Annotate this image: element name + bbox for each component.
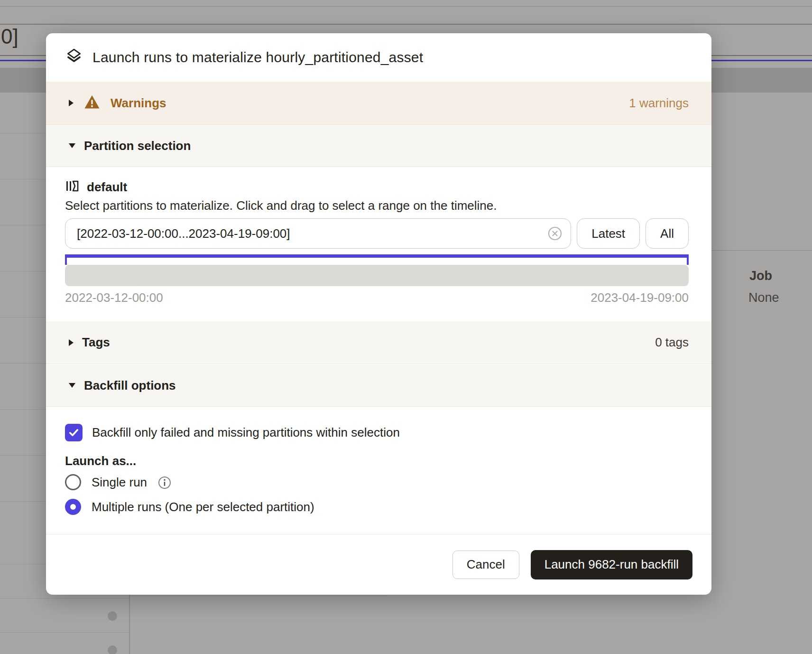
background-row-divider bbox=[0, 598, 129, 598]
materialize-layers-icon bbox=[65, 47, 83, 67]
chevron-right-icon bbox=[69, 100, 74, 106]
tags-count: 0 tags bbox=[655, 335, 689, 350]
background-row-divider bbox=[0, 455, 47, 456]
backfill-options-body: Backfill only failed and missing partiti… bbox=[46, 407, 711, 534]
background-row-divider bbox=[0, 317, 47, 318]
chevron-down-icon bbox=[69, 143, 75, 148]
dialog-footer: Cancel Launch 9682-run backfill bbox=[46, 534, 711, 595]
timeline-end-label: 2023-04-19-09:00 bbox=[591, 290, 689, 305]
single-run-option[interactable]: Single run bbox=[65, 474, 689, 490]
dialog-title: Launch runs to materialize hourly_partit… bbox=[92, 49, 423, 65]
dialog-header: Launch runs to materialize hourly_partit… bbox=[46, 33, 711, 82]
partition-selection-section-header[interactable]: Partition selection bbox=[46, 125, 711, 167]
tags-title: Tags bbox=[82, 335, 110, 350]
timeline-track[interactable] bbox=[65, 265, 689, 286]
background-job-column-header: Job bbox=[749, 269, 772, 283]
multiple-runs-radio[interactable] bbox=[65, 499, 81, 515]
single-run-label: Single run bbox=[92, 475, 147, 490]
background-row-divider bbox=[0, 133, 47, 133]
multiple-runs-option[interactable]: Multiple runs (One per selected partitio… bbox=[65, 499, 689, 515]
partition-selection-title: Partition selection bbox=[84, 139, 191, 153]
partition-timeline[interactable]: 2022-03-12-00:00 2023-04-19-09:00 bbox=[65, 254, 689, 305]
partition-range-row: Latest All bbox=[65, 218, 689, 249]
background-row-divider bbox=[711, 250, 812, 251]
chevron-right-icon bbox=[69, 339, 74, 346]
single-run-radio[interactable] bbox=[65, 474, 81, 490]
background-row-divider bbox=[0, 179, 47, 179]
backfill-options-section-header[interactable]: Backfill options bbox=[46, 364, 711, 407]
background-toolbar-divider bbox=[0, 24, 812, 25]
info-icon[interactable] bbox=[157, 475, 172, 490]
timeline-date-labels: 2022-03-12-00:00 2023-04-19-09:00 bbox=[65, 290, 689, 305]
background-row-divider bbox=[0, 501, 47, 502]
launch-backfill-dialog: Launch runs to materialize hourly_partit… bbox=[46, 33, 711, 595]
background-top-divider bbox=[0, 6, 812, 7]
tags-section-header[interactable]: Tags 0 tags bbox=[46, 321, 711, 364]
partition-selection-body: default Select partitions to materialize… bbox=[46, 167, 711, 321]
partition-range-input-wrap bbox=[65, 218, 571, 249]
background-row-divider bbox=[0, 271, 47, 271]
timeline-start-label: 2022-03-12-00:00 bbox=[65, 290, 163, 305]
backfill-only-failed-checkbox[interactable] bbox=[65, 424, 83, 441]
launch-backfill-button[interactable]: Launch 9682-run backfill bbox=[531, 550, 692, 579]
chevron-down-icon bbox=[69, 383, 75, 388]
partition-set-icon bbox=[65, 179, 79, 195]
latest-button[interactable]: Latest bbox=[577, 218, 640, 249]
background-row-divider bbox=[0, 632, 129, 633]
clear-selection-icon[interactable] bbox=[547, 226, 563, 241]
launch-as-label: Launch as... bbox=[65, 454, 689, 467]
background-panel-divider bbox=[129, 596, 387, 596]
cancel-button[interactable]: Cancel bbox=[452, 551, 519, 579]
partition-range-input[interactable] bbox=[65, 218, 571, 249]
warnings-label: Warnings bbox=[111, 96, 166, 111]
background-partial-input-text: 0] bbox=[1, 25, 18, 48]
background-row-divider bbox=[0, 225, 47, 225]
warnings-count: 1 warnings bbox=[629, 96, 689, 111]
backfill-options-title: Backfill options bbox=[84, 378, 176, 393]
background-job-value: None bbox=[748, 290, 779, 305]
background-status-dot bbox=[108, 611, 117, 621]
background-row-divider bbox=[0, 363, 47, 364]
partition-dimension-row: default bbox=[65, 179, 689, 195]
warnings-section-header[interactable]: Warnings 1 warnings bbox=[46, 82, 711, 125]
multiple-runs-label: Multiple runs (One per selected partitio… bbox=[92, 500, 314, 514]
backfill-only-failed-row[interactable]: Backfill only failed and missing partiti… bbox=[65, 424, 689, 441]
all-button[interactable]: All bbox=[646, 218, 689, 249]
timeline-selected-range[interactable] bbox=[65, 254, 689, 258]
partition-dimension-name: default bbox=[87, 180, 127, 195]
backfill-only-failed-label: Backfill only failed and missing partiti… bbox=[92, 425, 400, 440]
background-status-dot bbox=[108, 645, 117, 654]
warning-triangle-icon bbox=[84, 94, 100, 112]
background-row-divider bbox=[0, 409, 47, 410]
partition-selection-description: Select partitions to materialize. Click … bbox=[65, 198, 689, 213]
